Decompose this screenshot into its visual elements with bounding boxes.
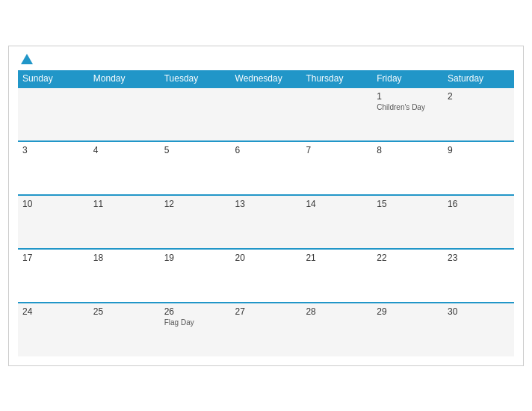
week-row-3: 10111213141516: [18, 195, 514, 249]
day-number: 23: [448, 253, 510, 263]
weekday-header-sunday: Sunday: [18, 70, 89, 87]
day-number: 9: [448, 145, 510, 155]
day-number: 19: [164, 253, 226, 263]
calendar-cell: 24: [18, 303, 89, 356]
day-number: 14: [306, 199, 368, 209]
weekday-header-wednesday: Wednesday: [231, 70, 302, 87]
calendar-table: SundayMondayTuesdayWednesdayThursdayFrid…: [18, 70, 514, 356]
day-number: 12: [164, 199, 226, 209]
calendar-cell: 16: [443, 195, 514, 249]
day-number: 10: [22, 199, 84, 209]
week-row-1: 1Children's Day2: [18, 87, 514, 141]
calendar-cell: [160, 87, 231, 141]
week-row-5: 242526Flag Day27282930: [18, 303, 514, 356]
logo-triangle-icon: [21, 54, 33, 64]
calendar-wrapper: SundayMondayTuesdayWednesdayThursdayFrid…: [8, 46, 524, 366]
week-row-2: 3456789: [18, 141, 514, 195]
day-number: 8: [377, 145, 439, 155]
calendar-cell: 25: [89, 303, 160, 356]
day-event-label: Flag Day: [164, 318, 226, 327]
calendar-cell: 14: [301, 195, 372, 249]
calendar-cell: 26Flag Day: [160, 303, 231, 356]
calendar-cell: 29: [372, 303, 443, 356]
day-number: 7: [306, 145, 368, 155]
calendar-cell: 6: [231, 141, 302, 195]
day-number: 16: [448, 199, 510, 209]
day-event-label: Children's Day: [377, 103, 439, 111]
calendar-cell: 8: [372, 141, 443, 195]
weekday-header-saturday: Saturday: [443, 70, 514, 87]
weekday-header-row: SundayMondayTuesdayWednesdayThursdayFrid…: [18, 70, 514, 87]
calendar-cell: [89, 87, 160, 141]
calendar-cell: 19: [160, 249, 231, 303]
calendar-cell: 4: [89, 141, 160, 195]
day-number: 15: [377, 199, 439, 209]
calendar-cell: 21: [301, 249, 372, 303]
calendar-cell: 18: [89, 249, 160, 303]
day-number: 3: [22, 145, 84, 155]
calendar-cell: 17: [18, 249, 89, 303]
day-number: 29: [377, 306, 439, 317]
weekday-header-tuesday: Tuesday: [160, 70, 231, 87]
day-number: 11: [93, 199, 155, 209]
day-number: 28: [306, 306, 368, 317]
calendar-cell: 22: [372, 249, 443, 303]
day-number: 22: [377, 253, 439, 263]
calendar-cell: 15: [372, 195, 443, 249]
day-number: 30: [448, 306, 510, 317]
calendar-cell: 28: [301, 303, 372, 356]
calendar-cell: 1Children's Day: [372, 87, 443, 141]
calendar-header: [18, 54, 514, 64]
calendar-cell: 30: [443, 303, 514, 356]
calendar-cell: 2: [443, 87, 514, 141]
calendar-cell: 27: [231, 303, 302, 356]
calendar-cell: 12: [160, 195, 231, 249]
calendar-cell: 20: [231, 249, 302, 303]
logo: [18, 54, 33, 64]
calendar-cell: 23: [443, 249, 514, 303]
day-number: 26: [164, 306, 226, 317]
calendar-cell: 5: [160, 141, 231, 195]
day-number: 27: [235, 306, 297, 317]
calendar-cell: 11: [89, 195, 160, 249]
day-number: 2: [448, 91, 510, 102]
day-number: 1: [377, 91, 439, 102]
day-number: 21: [306, 253, 368, 263]
calendar-cell: 7: [301, 141, 372, 195]
weekday-header-friday: Friday: [372, 70, 443, 87]
calendar-cell: 9: [443, 141, 514, 195]
day-number: 20: [235, 253, 297, 263]
day-number: 6: [235, 145, 297, 155]
day-number: 4: [93, 145, 155, 155]
calendar-cell: 10: [18, 195, 89, 249]
calendar-cell: [301, 87, 372, 141]
calendar-cell: 3: [18, 141, 89, 195]
day-number: 18: [93, 253, 155, 263]
week-row-4: 17181920212223: [18, 249, 514, 303]
calendar-cell: [18, 87, 89, 141]
calendar-cell: 13: [231, 195, 302, 249]
weekday-header-monday: Monday: [89, 70, 160, 87]
calendar-cell: [231, 87, 302, 141]
day-number: 24: [22, 306, 84, 317]
weekday-header-thursday: Thursday: [301, 70, 372, 87]
day-number: 5: [164, 145, 226, 155]
day-number: 13: [235, 199, 297, 209]
day-number: 25: [93, 306, 155, 317]
day-number: 17: [22, 253, 84, 263]
